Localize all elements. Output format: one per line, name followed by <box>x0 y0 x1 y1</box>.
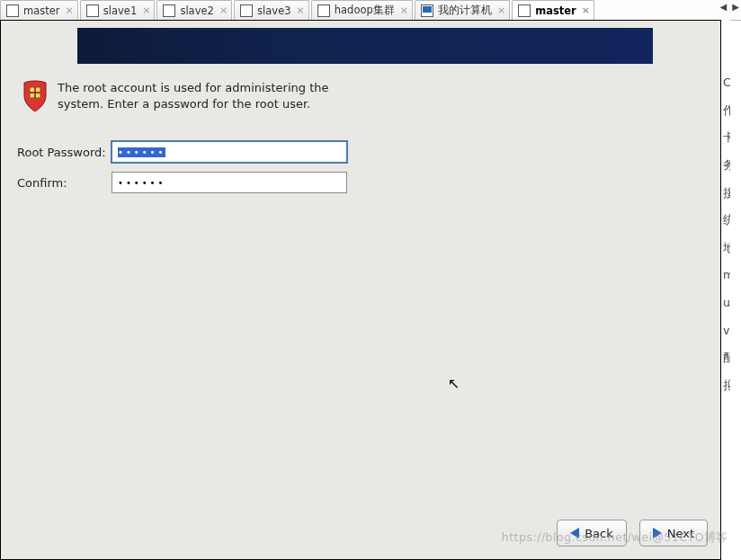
tab-master-active[interactable]: master × <box>512 0 594 20</box>
tab-label: slave1 <box>103 4 137 17</box>
tab-label: hadoop集群 <box>335 4 395 17</box>
side-item: 作系 <box>723 97 730 125</box>
installer-banner <box>77 28 653 64</box>
side-item: 配置 <box>723 344 730 372</box>
tab-label: slave3 <box>257 4 290 17</box>
side-item: um <box>723 289 730 317</box>
close-icon[interactable]: × <box>497 4 505 16</box>
vm-icon <box>163 4 175 17</box>
password-form: Root Password: Confirm: <box>17 141 347 202</box>
monitor-icon <box>421 4 433 17</box>
tab-my-computer[interactable]: 我的计算机 × <box>415 0 510 20</box>
vm-icon <box>240 4 253 17</box>
back-button-label: Back <box>585 527 613 540</box>
shield-icon <box>22 80 49 112</box>
side-item: 卡， <box>723 124 730 152</box>
close-icon[interactable]: × <box>219 4 228 16</box>
scroll-right-icon[interactable]: ▶ <box>732 2 739 12</box>
side-item: 统映 <box>723 207 730 235</box>
side-item: va环 <box>723 317 730 345</box>
tab-label: master <box>535 4 576 17</box>
next-button[interactable]: Next <box>639 520 708 547</box>
back-button[interactable]: Back <box>557 520 627 547</box>
next-button-label: Next <box>667 527 694 540</box>
close-icon[interactable]: × <box>297 4 305 16</box>
tab-label: 我的计算机 <box>438 4 492 17</box>
side-item: 拟 <box>723 372 730 400</box>
vm-icon <box>317 4 330 17</box>
side-text-strip: Ce 作系 卡， 务也 接成 统映 地y m源 um va环 配置 拟 <box>721 20 730 560</box>
root-password-description: The root account is used for administeri… <box>58 80 350 111</box>
confirm-password-input[interactable] <box>112 172 347 193</box>
root-password-label: Root Password: <box>17 146 112 159</box>
installer-panel: The root account is used for administeri… <box>0 20 721 560</box>
vm-icon <box>86 4 99 17</box>
confirm-password-label: Confirm: <box>17 176 112 190</box>
tab-hadoop-cluster[interactable]: hadoop集群 × <box>311 0 413 20</box>
close-icon[interactable]: × <box>142 4 150 16</box>
side-item: Ce <box>723 69 730 97</box>
side-item: 地y <box>723 235 730 262</box>
arrow-left-icon <box>570 528 579 538</box>
tab-master-1[interactable]: master × <box>0 0 78 20</box>
side-item: m源 <box>723 262 730 289</box>
mouse-cursor-icon: ↖ <box>448 375 460 392</box>
side-item: 务也 <box>723 152 730 180</box>
vm-icon <box>518 4 531 17</box>
vm-icon <box>6 4 19 17</box>
tab-slave2[interactable]: slave2 × <box>156 0 232 20</box>
arrow-right-icon <box>653 528 662 538</box>
tab-label: slave2 <box>180 4 213 17</box>
close-icon[interactable]: × <box>400 4 408 16</box>
tab-slave3[interactable]: slave3 × <box>234 0 309 20</box>
tab-scroll-arrows[interactable]: ◀ ▶ <box>720 2 739 12</box>
side-item: 接成 <box>723 180 730 208</box>
scroll-left-icon[interactable]: ◀ <box>720 2 728 12</box>
tab-bar: master × slave1 × slave2 × slave3 × hado… <box>0 0 741 21</box>
close-icon[interactable]: × <box>582 4 590 16</box>
tab-slave1[interactable]: slave1 × <box>80 0 156 20</box>
root-password-input[interactable] <box>112 141 347 163</box>
tab-label: master <box>23 4 60 17</box>
close-icon[interactable]: × <box>66 4 74 16</box>
